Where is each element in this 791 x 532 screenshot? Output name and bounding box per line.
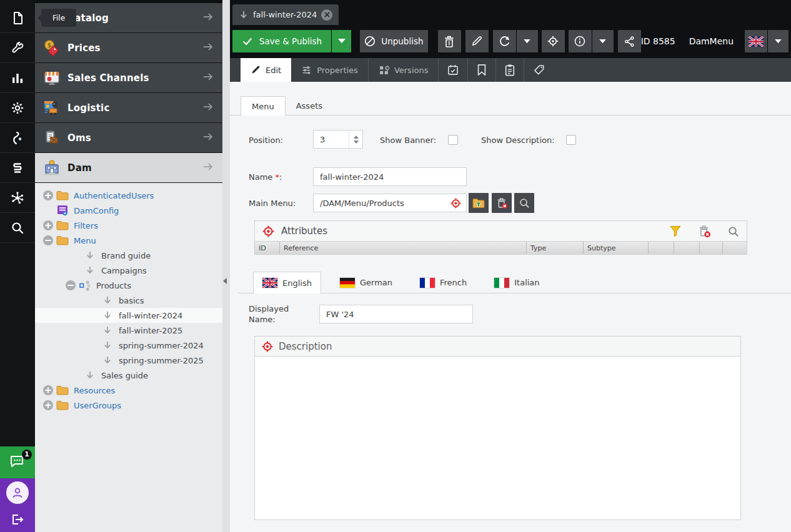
tree-item-usergroups[interactable]: UserGroups <box>35 398 222 413</box>
tree-item-fall-winter-2025[interactable]: fall-winter-2025 <box>35 323 222 338</box>
folder-upload-icon <box>472 198 485 209</box>
tree-item-authenticatedusers[interactable]: AuthenticatedUsers <box>35 188 222 203</box>
name-input[interactable] <box>313 167 467 186</box>
dam-tree: AuthenticatedUsers DamConfig Filters Men… <box>35 183 222 413</box>
accordion-item-oms[interactable]: Oms <box>35 123 222 153</box>
rename-button[interactable] <box>465 30 489 52</box>
tab-schedule[interactable] <box>439 58 467 82</box>
workflow-icon[interactable] <box>0 153 35 183</box>
lang-tab-italian[interactable]: Italian <box>485 272 548 293</box>
accordion-item-prices[interactable]: $ Prices <box>35 33 222 63</box>
file-icon[interactable] <box>0 3 35 33</box>
tree-item-filters[interactable]: Filters <box>35 218 222 233</box>
tab-dependencies[interactable] <box>496 58 524 82</box>
clear-reference-button[interactable] <box>492 193 512 213</box>
tree-item-sales-guide[interactable]: Sales guide <box>35 368 222 383</box>
user-profile-button[interactable] <box>0 478 35 507</box>
displayed-name-input[interactable] <box>319 305 473 323</box>
tree-item-resources[interactable]: Resources <box>35 383 222 398</box>
tree-item-basics[interactable]: basics <box>35 293 222 308</box>
pencil-icon <box>251 65 261 75</box>
tree-item-campaigns[interactable]: Campaigns <box>35 263 222 278</box>
unpublish-button[interactable]: Unpublish <box>360 30 428 52</box>
show-description-checkbox[interactable] <box>566 135 576 145</box>
tab-versions[interactable]: Versions <box>369 58 439 82</box>
tab-notes[interactable] <box>468 58 495 82</box>
column-header-subtype[interactable]: Subtype <box>584 242 649 254</box>
save-publish-button[interactable]: Save & Publish <box>232 30 331 52</box>
document-tab[interactable]: fall-winter-2024 <box>232 4 339 25</box>
bookmark-icon <box>476 64 487 76</box>
save-options-dropdown[interactable] <box>332 30 351 52</box>
locate-in-tree-button[interactable] <box>542 30 565 52</box>
displayed-name-label: DisplayedName: <box>249 303 289 325</box>
collapse-minus-icon[interactable] <box>42 235 55 246</box>
marketing-icon[interactable] <box>0 123 35 153</box>
language-dropdown[interactable] <box>768 30 789 52</box>
main-menu-input[interactable] <box>313 194 467 212</box>
accordion-item-sales-channels[interactable]: Sales Channels <box>35 63 222 93</box>
lang-tab-english[interactable]: English <box>253 272 321 293</box>
filter-icon <box>669 225 682 237</box>
expand-plus-icon[interactable] <box>42 385 55 396</box>
column-header-type[interactable]: Type <box>527 242 584 254</box>
arrow-down-icon <box>100 310 115 320</box>
arrow-down-icon <box>82 370 97 380</box>
info-options-dropdown[interactable] <box>592 30 614 52</box>
tree-item-fall-winter-2024[interactable]: fall-winter-2024 <box>35 308 222 323</box>
search-icon <box>519 197 530 209</box>
reload-options-dropdown[interactable] <box>517 30 538 52</box>
tree-item-spring-summer-2025[interactable]: spring-summer-2025 <box>35 353 222 368</box>
close-icon[interactable] <box>321 9 332 21</box>
open-folder-button[interactable] <box>469 193 489 213</box>
expand-plus-icon[interactable] <box>42 400 55 411</box>
notifications-button[interactable]: 1 <box>0 446 35 478</box>
trash-icon <box>444 36 455 47</box>
position-stepper[interactable] <box>313 130 363 149</box>
bar-chart-icon[interactable] <box>0 63 35 93</box>
subtab-menu[interactable]: Menu <box>241 96 286 116</box>
expand-plus-icon[interactable] <box>42 220 55 231</box>
lang-tab-french[interactable]: French <box>411 272 475 293</box>
collapse-minus-icon[interactable] <box>65 280 77 291</box>
logout-button[interactable] <box>0 507 35 532</box>
description-editor[interactable] <box>254 357 741 520</box>
search-icon[interactable] <box>0 213 35 243</box>
reload-button[interactable] <box>493 30 516 52</box>
tab-properties[interactable]: Properties <box>291 58 368 82</box>
panel-splitter[interactable] <box>222 0 230 532</box>
language-flag-button[interactable] <box>745 30 767 52</box>
accordion-item-logistic[interactable]: Logistic <box>35 93 222 123</box>
sliders-icon <box>301 65 312 76</box>
lang-tab-german[interactable]: German <box>331 272 401 293</box>
subtab-assets[interactable]: Assets <box>286 96 333 116</box>
icon-rail: 1 <box>0 0 35 532</box>
hub-icon[interactable] <box>0 183 35 213</box>
chevron-right-icon <box>201 41 215 56</box>
filter-button[interactable] <box>669 225 682 237</box>
delete-button[interactable] <box>438 30 461 52</box>
tree-item-damconfig[interactable]: DamConfig <box>35 203 222 218</box>
share-button[interactable] <box>618 30 641 52</box>
info-button[interactable] <box>569 30 592 52</box>
tab-tags[interactable] <box>524 58 554 82</box>
gear-icon[interactable] <box>0 93 35 123</box>
clear-attributes-button[interactable] <box>698 225 711 238</box>
column-header-id[interactable]: ID <box>255 242 280 254</box>
spinner-buttons[interactable] <box>349 131 362 148</box>
wrench-icon[interactable] <box>0 33 35 63</box>
position-input[interactable] <box>314 131 349 148</box>
search-reference-button[interactable] <box>514 193 534 213</box>
column-header-reference[interactable]: Reference <box>280 242 527 254</box>
tab-edit[interactable]: Edit <box>241 58 291 82</box>
accordion-item-dam[interactable]: Dam <box>35 153 222 183</box>
tree-item-spring-summer-2024[interactable]: spring-summer-2024 <box>35 338 222 353</box>
tree-item-products[interactable]: Products <box>35 278 222 293</box>
share-icon <box>624 36 635 47</box>
tree-item-menu[interactable]: Menu <box>35 233 222 248</box>
show-banner-checkbox[interactable] <box>448 135 458 145</box>
collapse-panel-icon[interactable] <box>223 278 227 284</box>
tree-item-brand-guide[interactable]: Brand guide <box>35 248 222 263</box>
search-attributes-button[interactable] <box>727 225 739 237</box>
expand-plus-icon[interactable] <box>42 190 55 201</box>
